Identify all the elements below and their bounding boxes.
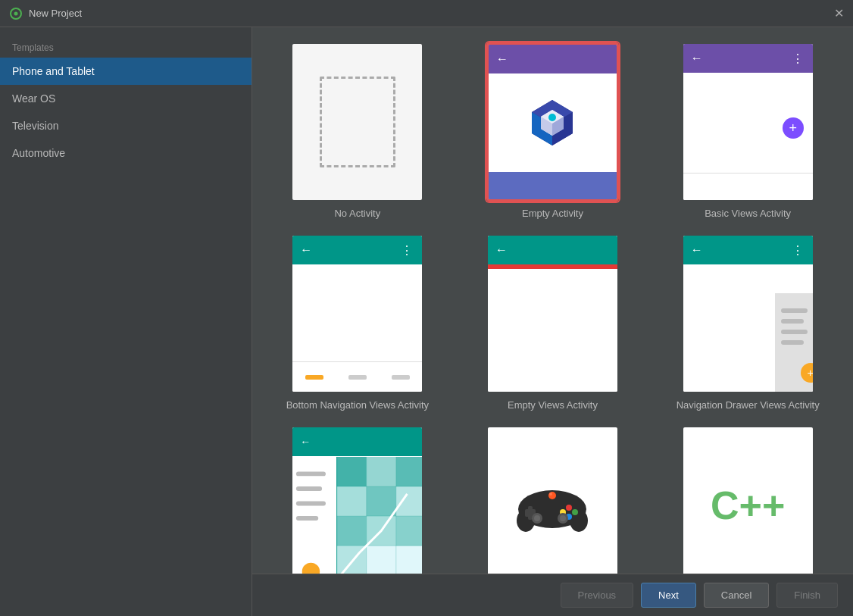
no-activity-preview [292,44,422,200]
nav-drawer-back-icon: ← [691,243,703,257]
no-activity-thumb[interactable] [291,42,423,202]
template-item-no-activity[interactable]: No Activity [267,42,448,219]
drawer-line-2 [781,319,804,324]
cpp-thumb[interactable]: C++ [682,426,814,574]
empty-activity-footer [489,172,617,199]
svg-point-38 [566,505,572,511]
cpp-logo-text: C++ [711,483,785,528]
basic-views-header: ← ⋮ [683,44,813,73]
svg-rect-31 [296,516,318,521]
svg-rect-29 [296,486,322,491]
empty-views-header: ← [488,236,617,264]
previous-button[interactable]: Previous [561,583,634,608]
basic-views-body: + [683,73,813,173]
svg-rect-30 [296,502,326,506]
svg-rect-18 [337,457,367,486]
chart-body [292,456,422,574]
empty-activity-preview: ← [489,45,617,199]
basic-views-label: Basic Views Activity [705,208,791,219]
empty-views-label: Empty Views Activity [508,399,598,411]
bottom-nav-preview: ← ⋮ [292,236,422,392]
drawer-line-4 [781,340,804,345]
template-item-nav-drawer[interactable]: ← ⋮ [658,234,838,411]
template-item-game[interactable]: Game Activity [463,426,643,574]
bottom-nav-thumb[interactable]: ← ⋮ [291,234,423,393]
svg-rect-20 [396,457,422,486]
nav-dot-1 [305,375,323,380]
svg-point-39 [572,509,578,515]
close-button[interactable]: ✕ [834,8,844,20]
nav-dot-3 [392,375,410,380]
empty-views-back-icon: ← [495,243,508,257]
title-bar-left: New Project [9,7,82,20]
no-activity-label: No Activity [334,208,380,219]
empty-views-thumb[interactable]: ← [486,234,619,393]
basic-views-preview: ← ⋮ + [683,44,813,200]
svg-point-46 [548,492,556,499]
svg-rect-24 [337,516,367,546]
svg-rect-28 [296,471,326,476]
nav-drawer-label: Navigation Drawer Views Activity [676,399,820,411]
next-button[interactable]: Next [641,583,696,608]
template-item-cpp[interactable]: C++ Native C++ [658,426,838,574]
back-arrow-icon: ← [496,52,508,66]
svg-point-45 [560,515,566,521]
sidebar-item-wear-os[interactable]: Wear OS [0,85,252,112]
nav-drawer-thumb[interactable]: ← ⋮ [682,234,814,393]
empty-activity-thumb[interactable]: ← [486,42,619,202]
empty-views-body [488,269,617,392]
sidebar-item-television[interactable]: Television [0,112,252,139]
fab-icon: + [783,117,804,139]
nav-item-2 [336,362,379,392]
template-item-basic-views[interactable]: ← ⋮ + Basic Views Activity [658,42,838,219]
svg-point-32 [302,563,320,574]
basic-views-footer [683,173,813,200]
template-item-empty-views[interactable]: ← Empty Views Activity [463,234,643,411]
title-bar-title: New Project [29,8,82,19]
template-item-empty-activity[interactable]: ← [463,42,643,219]
svg-point-43 [534,515,540,521]
bottom-nav-header: ← ⋮ [292,236,422,264]
chart-thumb[interactable]: ← [291,426,423,574]
sidebar: Templates Phone and Tablet Wear OS Telev… [0,27,252,616]
nav-drawer-header: ← ⋮ [683,236,813,264]
basic-back-arrow-icon: ← [691,52,703,65]
empty-views-preview: ← [488,236,617,392]
svg-point-1 [14,11,18,15]
template-item-chart[interactable]: ← [267,426,448,574]
nav-item-1 [292,362,336,392]
svg-rect-27 [396,516,422,546]
template-content-area: No Activity ← [252,27,853,574]
chart-header-icon: ← [300,436,311,448]
drawer-lines [775,293,813,360]
basic-dots-icon: ⋮ [792,52,805,66]
basic-views-thumb[interactable]: ← ⋮ + [682,42,814,202]
svg-rect-21 [337,486,367,516]
main-layout: Templates Phone and Tablet Wear OS Telev… [0,27,853,616]
svg-rect-19 [367,457,396,486]
sidebar-item-phone-tablet[interactable]: Phone and Tablet [0,58,252,85]
finish-button[interactable]: Finish [776,583,838,608]
bottom-nav-label: Bottom Navigation Views Activity [286,399,429,411]
bottom-nav-back-icon: ← [300,243,312,257]
android-logo-cube [526,96,579,149]
nav-drawer-body: + [683,264,813,392]
svg-point-10 [548,114,556,121]
game-thumb[interactable] [486,426,619,574]
nav-item-3 [379,362,422,392]
dashed-placeholder [320,77,395,167]
template-item-bottom-nav[interactable]: ← ⋮ [267,234,448,411]
bottom-nav-body [292,264,422,361]
chart-preview: ← [292,427,422,574]
cancel-button[interactable]: Cancel [704,583,769,608]
title-bar: New Project ✕ [0,0,853,27]
empty-activity-header: ← [489,45,617,73]
nav-dot-2 [348,375,367,380]
sidebar-item-automotive[interactable]: Automotive [0,139,252,167]
game-preview [488,427,617,574]
svg-rect-23 [396,486,422,516]
bottom-bar: Previous Next Cancel Finish [252,574,853,616]
chart-header: ← [292,427,422,456]
cpp-preview: C++ [683,427,813,574]
drawer-line-3 [781,330,808,334]
